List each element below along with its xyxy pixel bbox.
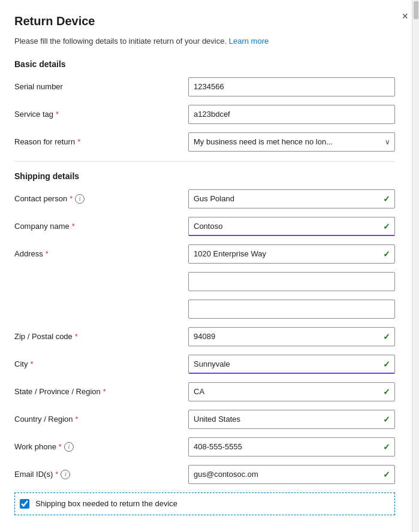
return-device-modal: Return Device × Please fill the followin… <box>0 0 419 532</box>
modal-content: Return Device × Please fill the followin… <box>0 0 412 532</box>
company-name-row: Company name * ✓ <box>14 217 395 236</box>
state-wrapper: ✓ <box>188 382 395 401</box>
work-phone-row: Work phone * i ✓ <box>14 437 395 457</box>
address-line1-input[interactable] <box>188 244 395 264</box>
contact-person-check-icon: ✓ <box>383 194 390 204</box>
email-info-icon[interactable]: i <box>61 470 70 479</box>
company-name-check-icon: ✓ <box>383 222 390 231</box>
company-name-label: Company name * <box>14 222 188 231</box>
reason-required: * <box>77 137 80 146</box>
email-required: * <box>55 470 58 479</box>
shipping-details-section: Shipping details Contact person * i ✓ Co… <box>14 171 395 515</box>
company-name-input[interactable] <box>188 217 395 236</box>
reason-dropdown[interactable] <box>188 132 395 152</box>
country-required: * <box>76 415 79 424</box>
service-tag-label: Service tag * <box>14 110 188 119</box>
state-input[interactable] <box>188 382 395 401</box>
contact-person-wrapper: ✓ <box>188 189 395 208</box>
learn-more-link[interactable]: Learn more <box>229 37 269 46</box>
state-check-icon: ✓ <box>383 387 390 397</box>
address-line2-row <box>14 272 395 291</box>
contact-person-label: Contact person * i <box>14 194 188 204</box>
modal-description: Please fill the following details to ini… <box>14 35 395 47</box>
serial-number-row: Serial number <box>14 77 395 96</box>
contact-person-required: * <box>70 194 73 203</box>
address-line1-wrapper: ✓ <box>188 244 395 264</box>
address-line2-input[interactable] <box>188 272 395 291</box>
work-phone-info-icon[interactable]: i <box>64 442 74 452</box>
city-row: City * ✓ <box>14 355 395 374</box>
state-required: * <box>103 387 106 396</box>
address-row: Address * ✓ <box>14 244 395 264</box>
email-check-icon: ✓ <box>383 470 390 479</box>
company-name-wrapper: ✓ <box>188 217 395 236</box>
country-label: Country / Region * <box>14 415 188 424</box>
serial-number-input[interactable] <box>188 77 395 96</box>
email-label: Email ID(s) * i <box>14 470 188 479</box>
country-row: Country / Region * ✓ <box>14 410 395 429</box>
address-required: * <box>46 249 49 258</box>
state-label: State / Province / Region * <box>14 387 188 396</box>
address-check-icon: ✓ <box>383 249 390 259</box>
city-required: * <box>30 359 33 368</box>
address-line2-wrapper <box>188 272 395 291</box>
reason-row: Reason for return * ∨ <box>14 132 395 152</box>
zip-row: Zip / Postal code * ✓ <box>14 327 395 346</box>
contact-person-info-icon[interactable]: i <box>75 194 85 204</box>
service-tag-row: Service tag * <box>14 105 395 124</box>
city-input[interactable] <box>188 355 395 374</box>
shipping-box-label: Shipping box needed to return the device <box>35 499 177 508</box>
section-divider <box>14 161 395 162</box>
shipping-box-checkbox[interactable] <box>20 499 29 509</box>
zip-label: Zip / Postal code * <box>14 332 188 341</box>
country-check-icon: ✓ <box>383 415 390 424</box>
address-label: Address * <box>14 249 188 258</box>
work-phone-label: Work phone * i <box>14 442 188 452</box>
basic-details-title: Basic details <box>14 59 395 69</box>
country-wrapper: ✓ <box>188 410 395 429</box>
service-tag-wrapper <box>188 105 395 124</box>
city-wrapper: ✓ <box>188 355 395 374</box>
address-line3-row <box>14 300 395 319</box>
reason-label: Reason for return * <box>14 137 188 146</box>
zip-input[interactable] <box>188 327 395 346</box>
basic-details-section: Basic details Serial number Service tag … <box>14 59 395 152</box>
work-phone-required: * <box>59 442 62 451</box>
zip-wrapper: ✓ <box>188 327 395 346</box>
work-phone-check-icon: ✓ <box>383 442 390 452</box>
service-tag-required: * <box>56 110 59 119</box>
city-label: City * <box>14 359 188 368</box>
city-check-icon: ✓ <box>383 359 390 369</box>
scrollbar[interactable] <box>412 0 419 532</box>
close-button[interactable]: × <box>402 11 408 22</box>
zip-required: * <box>75 332 78 341</box>
email-row: Email ID(s) * i ✓ <box>14 465 395 484</box>
serial-number-wrapper <box>188 77 395 96</box>
service-tag-input[interactable] <box>188 105 395 124</box>
modal-title: Return Device <box>14 14 395 28</box>
email-input[interactable] <box>188 465 395 484</box>
zip-check-icon: ✓ <box>383 332 390 341</box>
work-phone-wrapper: ✓ <box>188 437 395 457</box>
state-row: State / Province / Region * ✓ <box>14 382 395 401</box>
reason-dropdown-wrapper: ∨ <box>188 132 395 152</box>
address-line3-input[interactable] <box>188 300 395 319</box>
country-input[interactable] <box>188 410 395 429</box>
scrollbar-thumb[interactable] <box>414 1 418 19</box>
serial-number-label: Serial number <box>14 82 188 91</box>
shipping-box-row: Shipping box needed to return the device <box>14 492 395 515</box>
contact-person-input[interactable] <box>188 189 395 208</box>
email-wrapper: ✓ <box>188 465 395 484</box>
company-name-required: * <box>72 222 75 231</box>
address-line3-wrapper <box>188 300 395 319</box>
contact-person-row: Contact person * i ✓ <box>14 189 395 208</box>
work-phone-input[interactable] <box>188 437 395 457</box>
shipping-details-title: Shipping details <box>14 171 395 181</box>
